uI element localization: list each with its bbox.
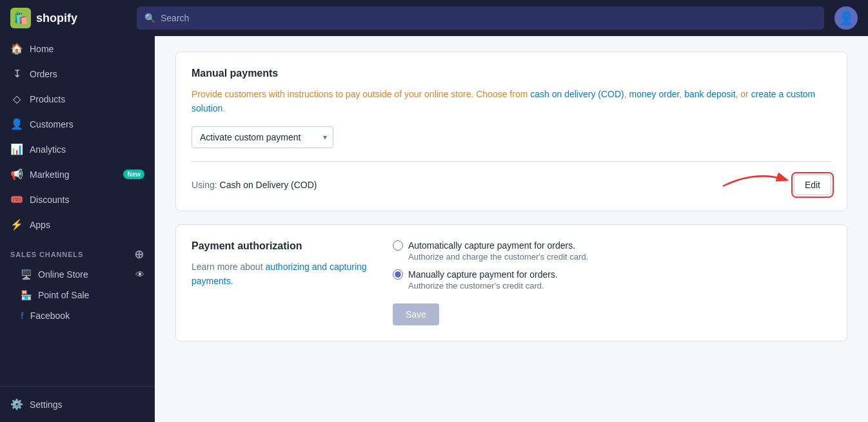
- manual-capture-text: Manually capture payment for orders.: [408, 269, 558, 280]
- sidebar-item-products[interactable]: ◇ Products: [0, 86, 155, 111]
- customers-icon: 👤: [10, 118, 23, 130]
- sidebar-item-label: Settings: [30, 399, 63, 410]
- search-icon: 🔍: [144, 13, 155, 23]
- edit-button[interactable]: Edit: [794, 175, 831, 195]
- edit-button-wrapper: Edit: [794, 175, 831, 195]
- payment-authorization-title: Payment authorization: [192, 240, 372, 252]
- manual-payments-card: Manual payments Provide customers with i…: [175, 52, 847, 211]
- auth-left-panel: Payment authorization Learn more about a…: [192, 240, 372, 325]
- using-row: Using: Cash on Delivery (COD) Edit: [192, 175, 831, 195]
- new-badge: New: [123, 169, 144, 179]
- save-button[interactable]: Save: [393, 303, 439, 325]
- payment-authorization-card: Payment authorization Learn more about a…: [175, 224, 847, 341]
- sidebar-item-analytics[interactable]: 📊 Analytics: [0, 137, 155, 162]
- sidebar-item-point-of-sale[interactable]: 🏪 Point of Sale: [0, 285, 155, 305]
- logo-text: shopify: [36, 12, 77, 25]
- search-bar[interactable]: 🔍: [137, 6, 824, 30]
- using-label: Using:: [192, 180, 217, 190]
- sidebar-item-apps[interactable]: ⚡ Apps: [0, 212, 155, 237]
- bank-deposit-link[interactable]: bank deposit: [684, 89, 735, 99]
- sidebar-item-online-store[interactable]: 🖥️ Online Store 👁: [0, 264, 155, 285]
- apps-icon: ⚡: [10, 218, 23, 231]
- activate-custom-payment-select[interactable]: Activate custom payment: [192, 126, 333, 148]
- sidebar-item-orders[interactable]: ↧ Orders: [0, 61, 155, 86]
- analytics-icon: 📊: [10, 143, 23, 155]
- marketing-icon: 📢: [10, 168, 23, 180]
- sidebar-nav: 🏠 Home ↧ Orders ◇ Products 👤 Customers 📊…: [0, 36, 155, 237]
- sidebar-item-marketing[interactable]: 📢 Marketing New: [0, 162, 155, 187]
- sidebar: 🏠 Home ↧ Orders ◇ Products 👤 Customers 📊…: [0, 36, 155, 422]
- manual-payments-title: Manual payments: [192, 68, 831, 79]
- sidebar-item-home[interactable]: 🏠 Home: [0, 36, 155, 61]
- home-icon: 🏠: [10, 43, 23, 55]
- activate-custom-payment-select-wrapper[interactable]: Activate custom payment ▾: [192, 126, 333, 148]
- annotation-arrow: [716, 167, 794, 193]
- sidebar-item-label: Marketing: [30, 169, 69, 180]
- avatar[interactable]: 👤: [834, 6, 858, 30]
- payment-method-name: Cash on Delivery (COD): [220, 180, 317, 190]
- sidebar-item-discounts[interactable]: 🎟️ Discounts: [0, 187, 155, 212]
- sidebar-item-facebook[interactable]: f Facebook: [0, 305, 155, 326]
- auto-capture-option: Automatically capture payment for orders…: [393, 240, 831, 262]
- pos-icon: 🏪: [21, 290, 32, 300]
- divider: [192, 161, 831, 162]
- auto-capture-text: Automatically capture payment for orders…: [408, 240, 575, 251]
- sales-channels-label: SALES CHANNELS: [10, 251, 83, 258]
- eye-icon[interactable]: 👁: [135, 269, 144, 280]
- search-input[interactable]: [161, 13, 816, 23]
- auto-capture-radio[interactable]: [393, 240, 403, 251]
- sidebar-item-label: Facebook: [30, 311, 70, 321]
- sidebar-item-label: Home: [30, 44, 54, 54]
- auto-capture-sublabel: Authorize and charge the customer's cred…: [393, 252, 831, 262]
- sidebar-item-label: Customers: [30, 119, 74, 129]
- shopify-logo-icon: 🛍️: [10, 8, 31, 28]
- using-text: Using: Cash on Delivery (COD): [192, 180, 317, 190]
- manual-capture-radio[interactable]: [393, 269, 403, 280]
- auth-right-panel: Automatically capture payment for orders…: [393, 240, 831, 325]
- money-order-link[interactable]: money order: [629, 89, 680, 99]
- settings-icon: ⚙️: [10, 398, 23, 410]
- main-content: Manual payments Provide customers with i…: [155, 36, 868, 422]
- products-icon: ◇: [10, 93, 23, 105]
- sidebar-item-label: Orders: [30, 69, 57, 79]
- logo: 🛍️ shopify: [10, 8, 126, 28]
- auth-description-text: Learn more about: [192, 262, 265, 272]
- radio-group: Automatically capture payment for orders…: [393, 240, 831, 291]
- sales-channels-header: SALES CHANNELS ⊕: [0, 237, 155, 264]
- sidebar-item-label: Point of Sale: [38, 290, 89, 300]
- facebook-icon: f: [21, 311, 24, 321]
- online-store-icon: 🖥️: [21, 269, 32, 280]
- top-navigation: 🛍️ shopify 🔍 👤: [0, 0, 868, 36]
- sidebar-item-label: Discounts: [30, 195, 69, 205]
- manual-capture-label[interactable]: Manually capture payment for orders.: [393, 269, 831, 280]
- sidebar-item-customers[interactable]: 👤 Customers: [0, 111, 155, 137]
- cod-link[interactable]: cash on delivery (COD): [530, 89, 624, 99]
- sidebar-item-settings[interactable]: ⚙️ Settings: [0, 392, 155, 417]
- orders-icon: ↧: [10, 68, 23, 80]
- sidebar-item-label: Analytics: [30, 144, 66, 155]
- sidebar-item-label: Products: [30, 94, 65, 104]
- auto-capture-label[interactable]: Automatically capture payment for orders…: [393, 240, 831, 251]
- manual-capture-sublabel: Authorize the customer's credit card.: [393, 281, 831, 291]
- sidebar-item-label: Apps: [30, 220, 50, 230]
- auth-layout: Payment authorization Learn more about a…: [192, 240, 831, 325]
- sidebar-item-label: Online Store: [38, 269, 88, 280]
- discounts-icon: 🎟️: [10, 193, 23, 206]
- manual-capture-option: Manually capture payment for orders. Aut…: [393, 269, 831, 291]
- manual-payments-description: Provide customers with instructions to p…: [192, 87, 831, 116]
- add-sales-channel-button[interactable]: ⊕: [134, 247, 144, 262]
- payment-authorization-description: Learn more about authorizing and capturi…: [192, 260, 372, 289]
